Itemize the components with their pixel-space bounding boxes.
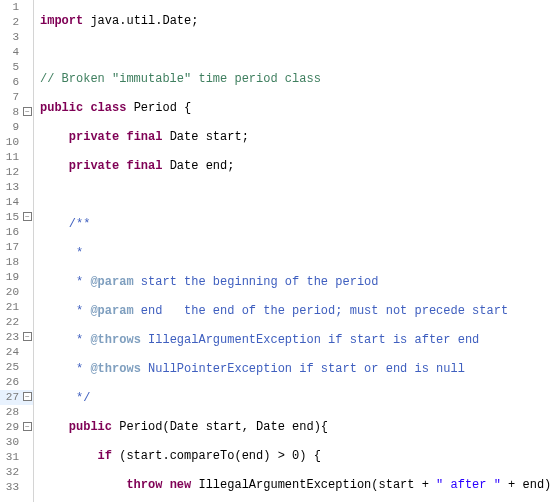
javadoc: */ [69,391,91,405]
code-line[interactable]: * @throws IllegalArgumentException if st… [40,333,553,348]
javadoc: end the end of the period; must not prec… [134,304,508,318]
line-number: 8− [0,105,33,120]
line-number: 12 [0,165,33,180]
line-number: 2 [0,15,33,30]
line-number: 31 [0,450,33,465]
line-number: 17 [0,240,33,255]
code-line[interactable]: * @throws NullPointerException if start … [40,362,553,377]
line-number: 5 [0,60,33,75]
line-number: 30 [0,435,33,450]
code-line[interactable]: /** [40,217,553,232]
code-line[interactable]: import java.util.Date; [40,14,553,29]
code-line[interactable]: if (start.compareTo(end) > 0) { [40,449,553,464]
code-text: Period { [126,101,191,115]
code-line[interactable] [40,43,553,58]
code-line[interactable]: * @param start the beginning of the peri… [40,275,553,290]
javadoc-tag: @param [90,275,133,289]
keyword: throw [126,478,162,492]
keyword: final [126,159,162,173]
code-text: Period(Date start, Date end){ [112,420,328,434]
line-number: 16 [0,225,33,240]
javadoc: start the beginning of the period [134,275,379,289]
javadoc: NullPointerException if start or end is … [141,362,465,376]
code-text: + end); [501,478,553,492]
javadoc-tag: @throws [90,362,140,376]
line-number: 20 [0,285,33,300]
keyword: new [170,478,192,492]
line-number: 6 [0,75,33,90]
line-number: 25 [0,360,33,375]
javadoc: IllegalArgumentException if start is aft… [141,333,479,347]
keyword: import [40,14,83,28]
code-line[interactable]: * @param end the end of the period; must… [40,304,553,319]
javadoc-tag: @throws [90,333,140,347]
code-line[interactable]: public Period(Date start, Date end){ [40,420,553,435]
code-line[interactable]: * [40,246,553,261]
line-number: 32 [0,465,33,480]
line-number: 19 [0,270,33,285]
fold-collapse-icon[interactable]: − [23,212,32,221]
line-number: 26 [0,375,33,390]
keyword: private [69,159,119,173]
keyword: private [69,130,119,144]
line-number: 7 [0,90,33,105]
fold-collapse-icon[interactable]: − [23,392,32,401]
code-line[interactable]: private final Date start; [40,130,553,145]
code-line[interactable]: */ [40,391,553,406]
javadoc-tag: @param [90,304,133,318]
line-number: 22 [0,315,33,330]
code-text: java.util.Date; [83,14,198,28]
javadoc: * [69,333,91,347]
keyword: final [126,130,162,144]
javadoc: * [69,362,91,376]
code-line[interactable] [40,188,553,203]
line-number: 24 [0,345,33,360]
javadoc: * [69,304,91,318]
code-editor[interactable]: import java.util.Date; // Broken "immuta… [34,0,553,502]
line-number: 4 [0,45,33,60]
code-line[interactable]: // Broken "immutable" time period class [40,72,553,87]
line-number: 18 [0,255,33,270]
comment: // Broken "immutable" time period class [40,72,321,86]
javadoc: /** [69,217,91,231]
fold-collapse-icon[interactable]: − [23,422,32,431]
code-text: (start.compareTo(end) > 0) { [112,449,321,463]
code-text: Date end; [162,159,234,173]
fold-collapse-icon[interactable]: − [23,107,32,116]
keyword: if [98,449,112,463]
code-line[interactable]: throw new IllegalArgumentException(start… [40,478,553,493]
line-number: 3 [0,30,33,45]
line-number: 29− [0,420,33,435]
javadoc: * [69,275,91,289]
line-number: 11 [0,150,33,165]
line-number: 14 [0,195,33,210]
line-number: 27− [0,390,33,405]
code-line[interactable]: public class Period { [40,101,553,116]
code-line[interactable]: private final Date end; [40,159,553,174]
line-number-gutter: 1 2 3 4 5 6 7 8− 9 10 11 12 13 14 15− 16… [0,0,34,502]
line-number: 28 [0,405,33,420]
keyword: public [40,101,83,115]
line-number: 21 [0,300,33,315]
string-literal: " after " [436,478,501,492]
line-number: 23− [0,330,33,345]
line-number: 1 [0,0,33,15]
keyword: class [90,101,126,115]
line-number: 13 [0,180,33,195]
line-number: 33 [0,480,33,495]
javadoc: * [69,246,83,260]
line-number: 9 [0,120,33,135]
keyword: public [69,420,112,434]
code-text: Date start; [162,130,248,144]
code-text: IllegalArgumentException(start + [191,478,436,492]
line-number: 15− [0,210,33,225]
line-number: 10 [0,135,33,150]
fold-collapse-icon[interactable]: − [23,332,32,341]
